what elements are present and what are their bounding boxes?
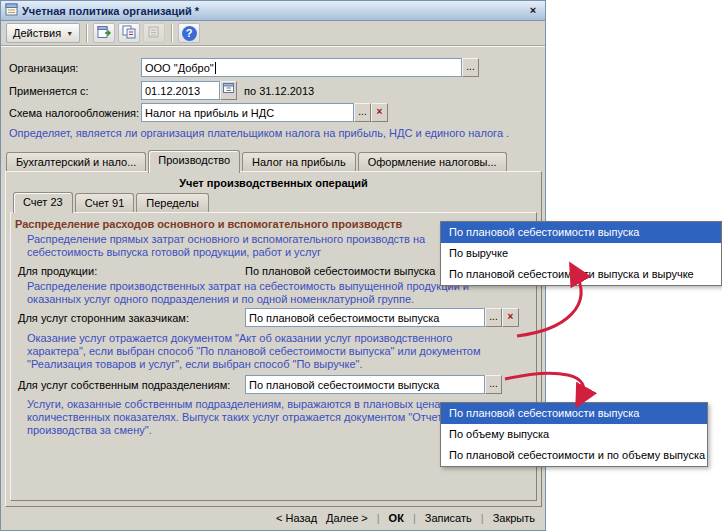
subtab-account-23[interactable]: Счет 23	[13, 192, 73, 213]
subtab-account-91[interactable]: Счет 91	[75, 193, 135, 212]
for-own-field[interactable]: По плановой себестоимости выпуска	[245, 375, 485, 394]
date-from-value: 01.12.2013	[145, 85, 200, 97]
organization-field[interactable]: ООО "Добро"	[141, 58, 462, 77]
dropdown1-item-cost-and-revenue[interactable]: По плановой себестоимости выпуска и выру…	[441, 264, 721, 285]
dropdown-list-1: По плановой себестоимости выпуска По выр…	[440, 221, 722, 286]
ellipsis-icon: ...	[466, 61, 474, 72]
tax-scheme-field[interactable]: Налог на прибыль и НДС	[141, 103, 354, 122]
tax-scheme-value: Налог на прибыль и НДС	[145, 107, 274, 119]
dropdown1-item-revenue[interactable]: По выручке	[441, 243, 721, 264]
clear-icon: ×	[508, 311, 514, 322]
footer-buttons: < Назад Далее > | ОК | Записать | Закрыт…	[276, 512, 535, 524]
close-window-button[interactable]: Закрыть	[493, 512, 535, 524]
for-third-party-value: По плановой себестоимости выпуска	[249, 312, 439, 324]
dropdown-arrow-icon: ▼	[66, 30, 73, 37]
tab-income-tax[interactable]: Налог на прибыль	[242, 152, 356, 172]
tab-tax-docs[interactable]: Оформление налоговы...	[358, 152, 507, 172]
hint-own: Услуги, оказанные собственным подразделе…	[27, 398, 502, 437]
for-own-choose-button[interactable]: ...	[485, 375, 502, 394]
separator: |	[481, 512, 484, 524]
for-third-party-choose-button[interactable]: ...	[485, 308, 502, 327]
structure-icon	[122, 25, 137, 41]
tax-scheme-choose-button[interactable]: ...	[354, 103, 371, 122]
for-own-value: По плановой себестоимости выпуска	[249, 379, 439, 391]
for-products-value[interactable]: По плановой себестоимости выпуска	[245, 265, 435, 277]
for-own-label: Для услуг собственным подразделениям:	[18, 379, 230, 391]
reread-button[interactable]	[93, 23, 115, 43]
next-button[interactable]: Далее >	[326, 512, 368, 524]
calendar-button[interactable]	[220, 81, 237, 100]
applies-to-text: по 31.12.2013	[244, 85, 314, 97]
hint-third-party: Оказание услуг отражается документом "Ак…	[27, 332, 495, 371]
ellipsis-icon: ...	[489, 311, 497, 322]
hint-direct-costs: Распределение прямых затрат основного и …	[27, 233, 479, 259]
separator: |	[413, 512, 416, 524]
ellipsis-icon: ...	[358, 106, 366, 117]
clear-icon: ×	[377, 106, 383, 117]
tab-production[interactable]: Производство	[148, 150, 240, 173]
save-button[interactable]: Записать	[425, 512, 472, 524]
for-third-party-clear-button[interactable]: ×	[502, 308, 519, 327]
calendar-icon	[223, 84, 234, 95]
tax-scheme-label: Схема налогообложения:	[9, 107, 139, 119]
hint-products: Распределение производственных затрат на…	[27, 280, 499, 306]
text-caret	[215, 62, 216, 74]
for-third-party-label: Для услуг сторонним заказчикам:	[18, 312, 189, 324]
titlebar: Учетная политика организаций * ×	[1, 1, 545, 21]
structure-button[interactable]	[118, 23, 140, 43]
tax-scheme-hint: Определяет, является ли организация плат…	[9, 127, 543, 140]
close-button[interactable]: ×	[525, 3, 541, 18]
for-products-label: Для продукции:	[18, 265, 97, 277]
main-tabs: Бухгалтерский и нало... Производство Нал…	[6, 149, 509, 172]
date-from-field[interactable]: 01.12.2013	[141, 81, 220, 100]
applies-from-label: Применяется с:	[9, 85, 89, 97]
tab-accounting[interactable]: Бухгалтерский и нало...	[6, 152, 146, 172]
close-icon: ×	[530, 4, 536, 16]
dropdown2-item-planned-cost[interactable]: По плановой себестоимости выпуска	[441, 403, 707, 424]
sub-tabs: Счет 23 Счет 91 Переделы	[13, 191, 211, 212]
reread-icon	[97, 25, 112, 41]
organization-choose-button[interactable]: ...	[462, 58, 479, 77]
help-button[interactable]: ?	[178, 23, 200, 43]
copy-button[interactable]	[143, 23, 165, 43]
ellipsis-icon: ...	[489, 378, 497, 389]
window-title: Учетная политика организаций *	[22, 5, 521, 17]
dropdown2-item-volume[interactable]: По объему выпуска	[441, 424, 707, 445]
toolbar-separator	[86, 24, 87, 42]
back-button[interactable]: < Назад	[276, 512, 317, 524]
help-icon: ?	[182, 26, 197, 41]
subtab-peredely[interactable]: Переделы	[136, 193, 209, 212]
dropdown-list-2: По плановой себестоимости выпуска По объ…	[440, 402, 708, 467]
copy-icon	[147, 25, 162, 41]
toolbar-separator	[171, 24, 172, 42]
tax-scheme-clear-button[interactable]: ×	[371, 103, 388, 122]
form-icon	[5, 3, 18, 18]
group-title: Учет производственных операций	[5, 177, 542, 189]
ok-button[interactable]: ОК	[389, 512, 404, 524]
for-third-party-field[interactable]: По плановой себестоимости выпуска	[245, 308, 485, 327]
organization-label: Организация:	[9, 62, 78, 74]
dropdown1-item-planned-cost[interactable]: По плановой себестоимости выпуска	[441, 222, 721, 243]
separator: |	[377, 512, 380, 524]
actions-button[interactable]: Действия ▼	[6, 23, 80, 43]
dropdown2-item-cost-and-volume[interactable]: По плановой себестоимости и по объему вы…	[441, 445, 707, 466]
toolbar: Действия ▼ ?	[1, 21, 545, 46]
actions-label: Действия	[13, 27, 61, 39]
organization-value: ООО "Добро"	[145, 62, 214, 74]
